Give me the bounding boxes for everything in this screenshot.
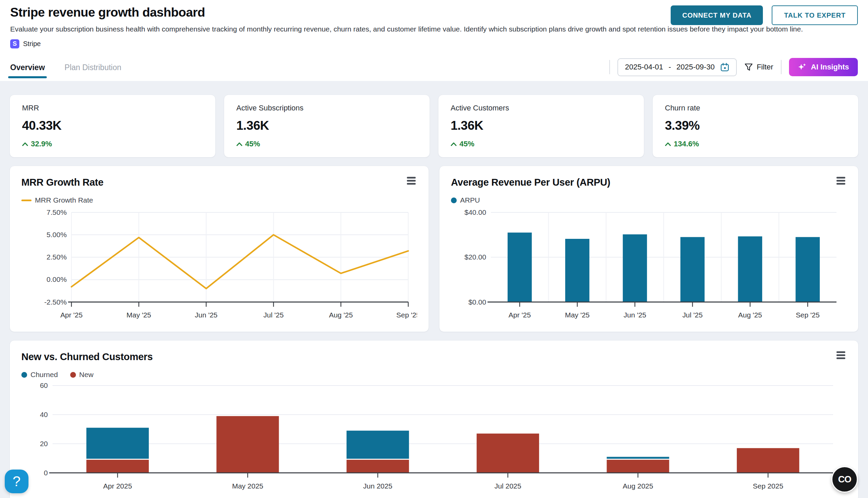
x-axis-label: Sep 2025 (753, 482, 783, 490)
header-actions: CONNECT MY DATA TALK TO EXPERT (671, 5, 858, 25)
kpi-delta: 32.9% (22, 140, 203, 148)
bar-new (607, 460, 669, 473)
x-axis-label: Jun '25 (195, 311, 218, 319)
kpi-card-churn-rate: Churn rate 3.39% 134.6% (652, 94, 858, 158)
chart-title: Average Revenue Per User (ARPU) (451, 174, 610, 188)
legend-item-churned[interactable]: Churned (21, 371, 58, 379)
talk-to-expert-button[interactable]: TALK TO EXPERT (772, 5, 858, 25)
new-vs-churned-chart-card: New vs. Churned Customers ChurnedNew 604… (10, 340, 858, 498)
arpu-chart-card: Average Revenue Per User (ARPU) ARPU $40… (439, 166, 858, 332)
x-axis-label: Apr 2025 (103, 482, 132, 490)
x-axis-label: Jun 2025 (363, 482, 392, 490)
data-source-row: S Stripe (10, 39, 858, 49)
chart-legend: ARPU (451, 196, 847, 204)
dashboard-controls: 2025-04-01 - 2025-09-30 Filter (609, 58, 858, 81)
legend-item-arpu[interactable]: ARPU (451, 196, 480, 204)
legend-dot-marker (70, 372, 76, 378)
coefficient-widget-button[interactable]: CO (831, 466, 858, 493)
legend-label: MRR Growth Rate (35, 196, 93, 204)
bar-churned (87, 428, 149, 459)
data-source-label: Stripe (23, 40, 41, 48)
legend-label: Churned (30, 371, 58, 379)
bar-new (216, 416, 279, 473)
kpi-value: 3.39% (665, 119, 846, 133)
kpi-value: 1.36K (451, 119, 632, 133)
x-axis-label: Sep '25 (396, 311, 417, 319)
kpi-delta-value: 45% (245, 140, 260, 148)
stripe-logo-icon: S (10, 39, 19, 49)
legend-dot-marker (21, 372, 27, 378)
chart-menu-icon[interactable] (835, 174, 847, 187)
kpi-delta-value: 45% (459, 140, 474, 148)
y-axis-label: $20.00 (464, 253, 486, 261)
chart-menu-icon[interactable] (835, 349, 847, 362)
x-axis-label: Aug 2025 (623, 482, 653, 490)
bar-new (737, 448, 799, 473)
x-axis-label: Jul '25 (682, 311, 703, 319)
bar (565, 239, 589, 302)
bar (508, 232, 532, 302)
kpi-delta-value: 32.9% (31, 140, 52, 148)
bar-new (87, 460, 149, 473)
tab-plan-distribution[interactable]: Plan Distribution (64, 61, 121, 78)
bar-churned (607, 457, 669, 459)
kpi-label: MRR (22, 104, 203, 113)
x-axis-label: Jul 2025 (494, 482, 521, 490)
y-axis-label: 0 (44, 469, 48, 477)
funnel-icon (744, 63, 753, 71)
connect-my-data-button[interactable]: CONNECT MY DATA (671, 5, 763, 25)
ai-insights-label: AI Insights (811, 63, 849, 71)
kpi-delta-value: 134.6% (674, 140, 699, 148)
mrr-growth-rate-chart-card: MRR Growth Rate MRR Growth Rate 7.50%5.0… (10, 166, 429, 332)
x-axis-label: Jun '25 (624, 311, 646, 319)
mrr-growth-rate-chart-canvas[interactable]: 7.50%5.00%2.50%0.00%-2.50%Apr '25May '25… (21, 207, 417, 324)
y-axis-label: 7.50% (47, 208, 66, 216)
divider (781, 60, 781, 74)
bar-churned (346, 431, 409, 459)
y-axis-label: -2.50% (44, 298, 66, 306)
chevron-up-icon (22, 142, 28, 146)
date-range-end: 2025-09-30 (676, 63, 715, 71)
y-axis-label: 20 (40, 440, 48, 447)
y-axis-label: 5.00% (47, 231, 66, 238)
line-series (72, 235, 408, 289)
page-header: Stripe revenue growth dashboard CONNECT … (0, 0, 868, 81)
kpi-value: 1.36K (236, 119, 417, 133)
date-range-separator: - (669, 63, 671, 71)
bar (623, 234, 647, 302)
new-vs-churned-chart-canvas[interactable]: 6040200Apr 2025May 2025Jun 2025Jul 2025A… (21, 381, 847, 493)
filter-button[interactable]: Filter (744, 63, 774, 71)
kpi-card-active-customers: Active Customers 1.36K 45% (438, 94, 644, 158)
x-axis-label: Aug '25 (738, 311, 762, 319)
legend-line-marker (21, 199, 31, 201)
tab-bar: Overview Plan Distribution (10, 61, 122, 78)
help-button[interactable]: ? (5, 470, 28, 493)
chart-menu-icon[interactable] (406, 174, 417, 187)
date-range-picker[interactable]: 2025-04-01 - 2025-09-30 (617, 58, 737, 76)
chart-legend: MRR Growth Rate (21, 196, 417, 204)
x-axis-label: May '25 (565, 311, 590, 319)
ai-insights-button[interactable]: AI Insights (789, 58, 858, 76)
y-axis-label: 0.00% (47, 275, 66, 283)
dashboard-content: MRR 40.33K 32.9% Active Subscriptions 1.… (0, 81, 868, 498)
tab-overview[interactable]: Overview (10, 61, 45, 78)
kpi-delta: 45% (451, 140, 632, 148)
bar-new (346, 460, 409, 473)
bar (795, 237, 819, 302)
x-axis-label: May '25 (127, 311, 151, 319)
kpi-delta: 45% (236, 140, 417, 148)
legend-item-mrr-growth-rate[interactable]: MRR Growth Rate (21, 196, 93, 204)
bar (680, 237, 705, 302)
legend-label: New (79, 371, 93, 379)
x-axis-label: Apr '25 (60, 311, 83, 319)
legend-dot-marker (451, 197, 457, 203)
y-axis-label: 2.50% (47, 253, 66, 261)
legend-item-new[interactable]: New (70, 371, 93, 379)
kpi-label: Active Subscriptions (236, 104, 417, 113)
arpu-chart-canvas[interactable]: $40.00$20.00$0.00Apr '25May '25Jun '25Ju… (451, 207, 847, 324)
sparkle-icon (798, 63, 807, 71)
chart-title: New vs. Churned Customers (21, 349, 153, 363)
date-range-start: 2025-04-01 (625, 63, 663, 71)
chevron-up-icon (236, 142, 242, 146)
kpi-card-mrr: MRR 40.33K 32.9% (10, 94, 216, 158)
